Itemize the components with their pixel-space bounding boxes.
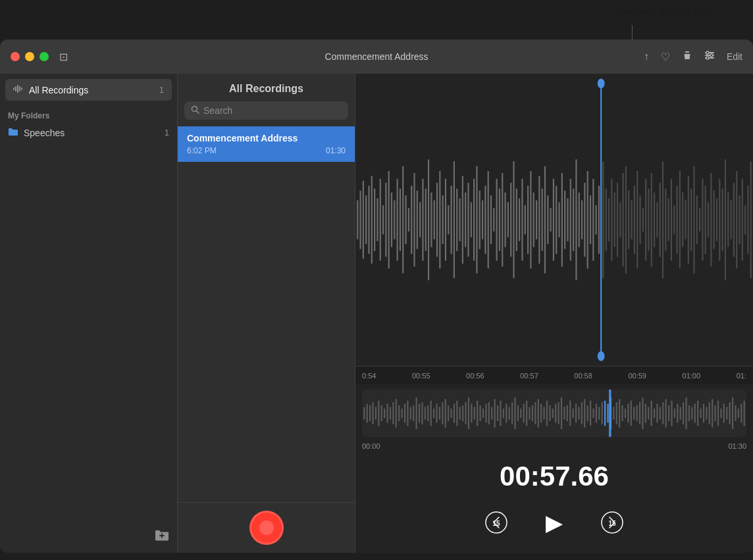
svg-rect-108 (623, 173, 624, 267)
svg-rect-141 (716, 198, 717, 241)
timeline-mark-6: 01:00 (683, 372, 701, 380)
svg-rect-49 (454, 161, 455, 278)
tooltip-favorite: סימון הקלטות כמועדפים. (615, 7, 714, 17)
svg-rect-86 (558, 202, 559, 237)
svg-rect-145 (727, 193, 729, 247)
svg-rect-72 (519, 198, 520, 241)
svg-rect-44 (439, 171, 440, 268)
recording-item-commencement[interactable]: Commencement Address 6:02 PM 01:30 (178, 126, 355, 162)
svg-rect-238 (598, 407, 600, 419)
svg-rect-161 (375, 407, 376, 419)
svg-rect-240 (604, 401, 606, 426)
settings-button[interactable] (704, 50, 715, 63)
svg-rect-130 (685, 200, 686, 239)
timeline-marks: 0:54 00:55 00:56 00:57 00:58 00:59 01:00… (362, 372, 746, 380)
favorite-button[interactable]: ♡ (661, 51, 670, 63)
svg-rect-235 (590, 401, 591, 426)
svg-rect-192 (465, 402, 466, 424)
timeline-ruler: 0:54 00:55 00:56 00:57 00:58 00:59 01:00… (355, 366, 753, 384)
timeline-mark-1: 00:55 (412, 372, 430, 380)
svg-rect-267 (683, 402, 684, 424)
all-recordings-item[interactable]: All Recordings 1 (5, 79, 172, 101)
sidebar-item-speeches[interactable]: Speeches 1 (0, 123, 177, 142)
recordings-list-panel: All Recordings Commencement Address 6:02… (178, 74, 355, 553)
svg-rect-249 (631, 401, 632, 426)
svg-rect-247 (625, 409, 626, 418)
svg-rect-65 (499, 189, 500, 251)
search-bar[interactable] (184, 101, 348, 120)
svg-rect-277 (712, 399, 713, 427)
waveform-svg (355, 74, 753, 366)
svg-rect-132 (690, 189, 692, 251)
svg-rect-30 (400, 189, 401, 251)
svg-rect-53 (465, 193, 466, 247)
svg-rect-109 (625, 166, 627, 274)
svg-rect-230 (575, 404, 577, 423)
new-folder-button[interactable] (155, 528, 169, 545)
svg-rect-164 (384, 409, 385, 418)
svg-rect-170 (402, 409, 403, 418)
play-button[interactable]: ▶ (537, 505, 571, 540)
svg-rect-83 (550, 208, 552, 232)
waveform-main[interactable] (355, 74, 753, 366)
svg-rect-131 (688, 176, 689, 263)
svg-rect-243 (613, 407, 614, 419)
svg-rect-116 (645, 179, 646, 261)
svg-rect-254 (645, 404, 646, 423)
svg-rect-28 (394, 200, 395, 239)
skip-back-button[interactable]: 15 (482, 508, 511, 537)
delete-button[interactable] (682, 50, 692, 63)
svg-rect-167 (392, 402, 394, 424)
svg-rect-75 (527, 186, 529, 254)
svg-rect-201 (491, 407, 492, 419)
share-button[interactable]: ↑ (644, 51, 649, 63)
svg-rect-120 (656, 202, 658, 237)
svg-rect-269 (688, 405, 690, 421)
svg-rect-139 (710, 173, 712, 267)
svg-line-14 (197, 111, 199, 114)
maximize-button[interactable] (39, 52, 49, 61)
svg-rect-260 (662, 402, 663, 424)
svg-rect-57 (476, 166, 477, 274)
svg-rect-195 (474, 407, 475, 419)
svg-rect-79 (538, 176, 540, 263)
svg-rect-42 (434, 200, 435, 239)
svg-rect-74 (525, 205, 526, 234)
svg-rect-80 (542, 189, 543, 251)
svg-rect-217 (538, 399, 539, 427)
svg-rect-224 (558, 402, 559, 424)
edit-button[interactable]: Edit (727, 51, 742, 62)
svg-rect-189 (456, 401, 457, 426)
svg-rect-251 (636, 405, 638, 421)
minimize-button[interactable] (25, 52, 34, 61)
svg-rect-276 (709, 402, 710, 424)
sidebar-toggle-button[interactable]: ⊡ (59, 51, 68, 63)
skip-forward-button[interactable]: 15 (598, 508, 627, 537)
search-input[interactable] (203, 105, 342, 116)
svg-rect-48 (451, 186, 452, 254)
record-button[interactable] (249, 511, 284, 545)
svg-rect-17 (363, 181, 364, 259)
svg-rect-107 (619, 202, 621, 237)
svg-point-4 (710, 54, 713, 57)
svg-rect-126 (673, 205, 675, 234)
close-button[interactable] (11, 52, 20, 61)
svg-rect-67 (505, 193, 506, 247)
svg-rect-129 (682, 193, 683, 247)
svg-rect-214 (529, 407, 530, 419)
svg-rect-84 (553, 179, 554, 261)
waveform-overview[interactable] (362, 390, 746, 437)
svg-rect-281 (723, 404, 725, 423)
svg-rect-102 (606, 189, 607, 251)
svg-rect-32 (405, 195, 407, 244)
svg-rect-99 (596, 205, 597, 234)
svg-rect-58 (479, 191, 480, 249)
svg-rect-97 (590, 195, 591, 244)
svg-rect-159 (369, 405, 371, 421)
svg-rect-82 (547, 195, 548, 244)
svg-rect-138 (708, 202, 709, 237)
svg-rect-219 (543, 407, 544, 419)
svg-rect-21 (374, 189, 375, 251)
svg-rect-137 (705, 186, 706, 254)
playback-area: 0:54 00:55 00:56 00:57 00:58 00:59 01:00… (355, 74, 753, 553)
